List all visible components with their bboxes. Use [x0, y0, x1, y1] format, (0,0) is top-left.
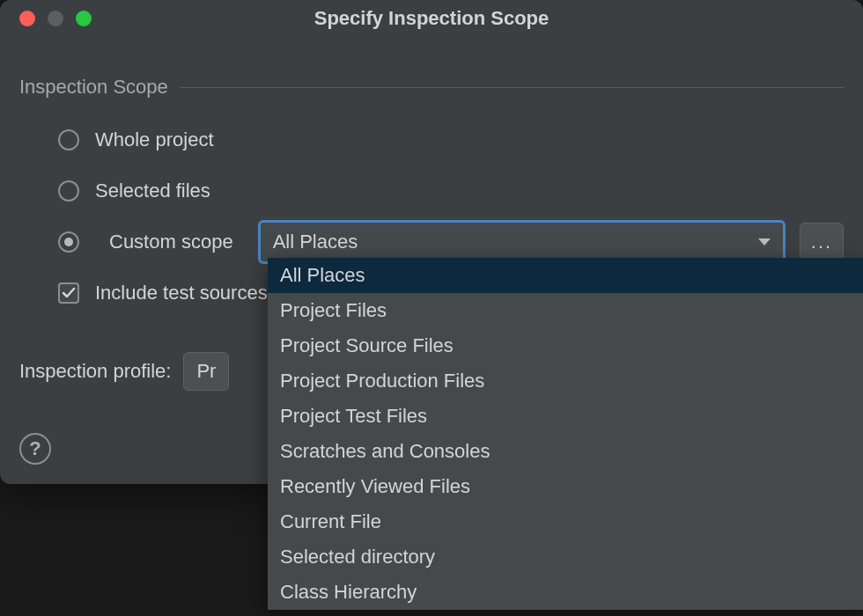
chevron-down-icon — [758, 238, 771, 246]
dropdown-item-scratches-consoles[interactable]: Scratches and Consoles — [268, 434, 863, 469]
dropdown-item-selected-directory[interactable]: Selected directory — [268, 539, 863, 575]
edit-scopes-button[interactable]: ... — [800, 223, 844, 261]
radio-icon — [58, 129, 79, 150]
maximize-window-button[interactable] — [76, 11, 92, 26]
dropdown-item-class-hierarchy[interactable]: Class Hierarchy — [268, 575, 863, 610]
minimize-window-button[interactable] — [48, 11, 63, 26]
radio-selected-files-row[interactable]: Selected files — [58, 165, 844, 216]
close-window-button[interactable] — [19, 11, 35, 26]
radio-icon — [58, 180, 79, 202]
dropdown-item-project-test-files[interactable]: Project Test Files — [268, 399, 863, 434]
dropdown-item-project-production-files[interactable]: Project Production Files — [268, 363, 863, 399]
window-title: Specify Inspection Scope — [0, 7, 863, 30]
dropdown-item-project-source-files[interactable]: Project Source Files — [268, 328, 863, 363]
radio-selected-files-label: Selected files — [95, 180, 210, 202]
radio-whole-project-row[interactable]: Whole project — [58, 114, 844, 165]
custom-scope-selected-value: All Places — [273, 231, 358, 253]
window-controls — [0, 11, 92, 26]
inspection-profile-label: Inspection profile: — [19, 360, 171, 383]
checkbox-include-test-label: Include test sources — [95, 282, 268, 304]
dropdown-item-project-files[interactable]: Project Files — [268, 293, 863, 328]
section-label: Inspection Scope — [19, 76, 168, 99]
radio-icon[interactable] — [58, 231, 79, 253]
dropdown-item-current-file[interactable]: Current File — [268, 504, 863, 539]
section-header: Inspection Scope — [19, 76, 844, 99]
inspection-profile-value: Pr — [196, 360, 216, 383]
question-mark-icon: ? — [29, 437, 41, 460]
checkbox-icon — [58, 282, 79, 304]
custom-scope-dropdown-list: All Places Project Files Project Source … — [268, 258, 863, 610]
section-divider — [181, 87, 844, 88]
ellipsis-icon: ... — [811, 231, 832, 253]
radio-whole-project-label: Whole project — [95, 128, 214, 151]
dropdown-item-recently-viewed[interactable]: Recently Viewed Files — [268, 469, 863, 504]
inspection-profile-dropdown[interactable]: Pr — [183, 352, 229, 391]
inspection-scope-dialog: Specify Inspection Scope Inspection Scop… — [0, 0, 863, 484]
help-button[interactable]: ? — [19, 433, 51, 465]
titlebar: Specify Inspection Scope — [0, 0, 863, 37]
radio-custom-scope-label[interactable]: Custom scope — [109, 231, 233, 253]
dropdown-item-all-places[interactable]: All Places — [268, 258, 863, 293]
